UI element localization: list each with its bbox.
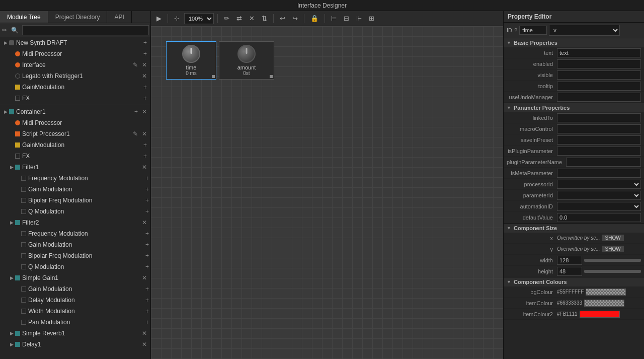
- prop-val-text[interactable]: [557, 48, 641, 57]
- search-input[interactable]: [22, 25, 149, 35]
- flip-button[interactable]: ⇅: [259, 14, 270, 23]
- tree-item-delay-mod[interactable]: Delay Modulation +: [0, 295, 150, 306]
- ispluginparam-input[interactable]: [557, 147, 641, 156]
- canvas[interactable]: time 0 ms amount 0st: [151, 26, 503, 359]
- prop-val-saveinpreset[interactable]: [557, 135, 641, 145]
- resize-handle-time[interactable]: [212, 75, 215, 78]
- knob-amount[interactable]: [237, 45, 256, 63]
- tree-item-midi-proc[interactable]: Midi Processor +: [0, 48, 150, 59]
- tree-item-bipolar-freq1[interactable]: Bipolar Freq Modulation +: [0, 195, 150, 206]
- tree-item-gain-mod5[interactable]: Gain Modulation +: [0, 283, 150, 295]
- section-header-basic[interactable]: ▼ Basic Properties: [504, 38, 644, 47]
- canvas-widget-time[interactable]: time 0 ms: [166, 41, 216, 80]
- tree-item-gainmod[interactable]: GainModulation +: [0, 82, 150, 93]
- add-btn[interactable]: +: [142, 50, 148, 58]
- tree-item-fx[interactable]: FX +: [0, 93, 150, 104]
- prop-val-linkedto[interactable]: [557, 113, 641, 122]
- tree-item-gain-mod4[interactable]: Gain Modulation +: [0, 239, 150, 250]
- add-btn[interactable]: +: [144, 318, 150, 326]
- prop-val-processorid[interactable]: [557, 180, 641, 189]
- tree-item-new-synth[interactable]: ▶ New Synth DRAFT +: [0, 37, 150, 48]
- delete-btn[interactable]: ✕: [140, 108, 148, 116]
- delete-btn[interactable]: ✕: [140, 130, 148, 138]
- delete-btn[interactable]: ✕: [140, 340, 148, 348]
- tree-item-q-mod2[interactable]: Q Modulation +: [0, 261, 150, 272]
- zoom-select[interactable]: 100%75%50%150%200%: [184, 13, 214, 24]
- pluginparamname-input[interactable]: [566, 158, 641, 167]
- parameterid-select[interactable]: [557, 191, 641, 200]
- edit-btn[interactable]: ✎: [131, 130, 139, 138]
- align-right-button[interactable]: ⊩: [354, 14, 364, 23]
- section-header-parameter[interactable]: ▼ Parameter Properties: [504, 103, 644, 112]
- tree-item-q-mod1[interactable]: Q Modulation +: [0, 206, 150, 217]
- prop-val-undo[interactable]: [557, 93, 641, 102]
- defaultvalue-input[interactable]: [557, 213, 641, 222]
- delete-btn[interactable]: ✕: [140, 274, 148, 282]
- resize-handle-amount[interactable]: [270, 75, 273, 78]
- prop-val-tooltip[interactable]: [557, 82, 641, 91]
- x-show-button[interactable]: SHOW: [602, 235, 624, 241]
- prop-val-parameterid[interactable]: [557, 191, 641, 200]
- tree-item-gain-mod3[interactable]: Gain Modulation +: [0, 184, 150, 195]
- height-input[interactable]: [557, 267, 582, 276]
- enabled-input[interactable]: [557, 59, 641, 68]
- visible-input[interactable]: [557, 70, 641, 80]
- prop-val-visible[interactable]: [557, 70, 641, 80]
- saveinpreset-input[interactable]: [557, 135, 641, 145]
- height-slider[interactable]: [584, 270, 641, 273]
- add-btn[interactable]: +: [133, 108, 139, 116]
- undo-input[interactable]: [557, 93, 641, 102]
- add-btn[interactable]: +: [144, 241, 150, 249]
- tree-item-simple-reverb1[interactable]: ▶ Simple Reverb1 ✕: [0, 328, 150, 339]
- tree-item-interface[interactable]: Interface ✎ ✕: [0, 59, 150, 70]
- undo-button[interactable]: ↩: [277, 14, 288, 23]
- tree-item-script-proc[interactable]: Script Processor1 ✎ ✕: [0, 128, 150, 139]
- automationid-select[interactable]: [557, 202, 641, 211]
- add-btn[interactable]: +: [144, 285, 150, 293]
- tree-item-fx2[interactable]: FX +: [0, 151, 150, 162]
- delete-btn[interactable]: ✕: [140, 72, 148, 80]
- scope-dropdown[interactable]: v New Synth DRAFT Interface Legato with …: [549, 25, 620, 36]
- lock-button[interactable]: 🔒: [308, 14, 321, 23]
- prop-val-ispluginparam[interactable]: [557, 147, 641, 156]
- prop-val-macrocontrol[interactable]: [557, 124, 641, 133]
- align-left-button[interactable]: ⊨: [329, 14, 339, 23]
- add-btn[interactable]: +: [144, 252, 150, 260]
- prop-val-pluginparamname[interactable]: [566, 158, 641, 167]
- section-header-component-size[interactable]: ▼ Component Size: [504, 224, 644, 233]
- linkedto-input[interactable]: [557, 113, 641, 122]
- knob-time[interactable]: [182, 45, 200, 63]
- y-show-button[interactable]: SHOW: [602, 246, 624, 252]
- help-icon[interactable]: ?: [514, 27, 517, 33]
- tree-item-simple-gain1[interactable]: ▶ Simple Gain1 ✕: [0, 272, 150, 283]
- tab-api[interactable]: API: [107, 11, 131, 23]
- tree-item-width-mod[interactable]: Width Modulation +: [0, 306, 150, 317]
- distribute-button[interactable]: ⊞: [366, 14, 377, 23]
- add-button-new-synth[interactable]: +: [142, 39, 148, 47]
- tree-item-legato[interactable]: Legato with Retrigger1 ✕: [0, 70, 150, 82]
- tree-item-filter1[interactable]: ▶ Filter1 ✕: [0, 162, 150, 173]
- tree-item-filter2[interactable]: ▶ Filter2 ✕: [0, 217, 150, 228]
- tree-item-gainmod2[interactable]: GainModulation +: [0, 139, 150, 151]
- tab-module-tree[interactable]: Module Tree: [0, 11, 48, 23]
- processorid-select[interactable]: [557, 180, 641, 189]
- prop-val-ismetaparam[interactable]: [557, 169, 641, 178]
- itemcolour-swatch[interactable]: [584, 300, 624, 307]
- prop-val-automationid[interactable]: [557, 202, 641, 211]
- section-header-component-colours[interactable]: ▼ Component Colours: [504, 277, 644, 286]
- cursor-button[interactable]: ⊹: [172, 14, 182, 23]
- macrocontrol-input[interactable]: [557, 124, 641, 133]
- id-input[interactable]: [519, 26, 547, 35]
- tree-item-delay1[interactable]: ▶ Delay1 ✕: [0, 339, 150, 350]
- width-slider[interactable]: [584, 259, 641, 262]
- tab-project-directory[interactable]: Project Directory: [48, 11, 108, 23]
- add-btn[interactable]: +: [144, 307, 150, 315]
- tree-item-freq-mod2[interactable]: Frequency Modulation +: [0, 228, 150, 239]
- add-btn[interactable]: +: [144, 263, 150, 271]
- add-btn[interactable]: +: [144, 185, 150, 193]
- add-btn[interactable]: +: [144, 230, 150, 238]
- tree-item-bipolar-freq2[interactable]: Bipolar Freq Modulation +: [0, 250, 150, 261]
- play-button[interactable]: ▶: [154, 14, 164, 23]
- tree-item-container1[interactable]: ▶ Container1 + ✕: [0, 106, 150, 117]
- add-btn[interactable]: +: [144, 174, 150, 182]
